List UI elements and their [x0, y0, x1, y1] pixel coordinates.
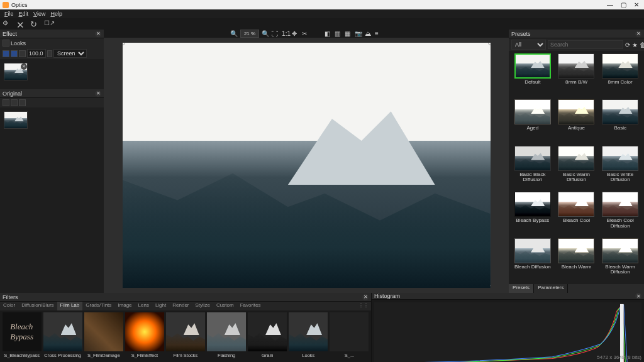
- filters-panel-close-icon[interactable]: ✕: [362, 294, 369, 300]
- filter-item[interactable]: Film Stocks: [165, 312, 205, 360]
- filter-item[interactable]: S_FilmDamage: [84, 312, 123, 360]
- maximize-button[interactable]: ▢: [621, 1, 626, 8]
- menu-view[interactable]: View: [31, 11, 47, 17]
- compare-grid-icon[interactable]: ▦: [345, 30, 352, 38]
- cancel-icon[interactable]: ✕: [16, 19, 25, 28]
- refresh-icon[interactable]: ↻: [30, 19, 39, 28]
- zoom-out-icon[interactable]: 🔍: [230, 30, 238, 38]
- effect-layer-thumb[interactable]: ✕: [4, 63, 28, 80]
- info-icon[interactable]: ≡: [375, 30, 382, 38]
- presets-panel-close-icon[interactable]: ✕: [635, 31, 641, 37]
- tab-parameters[interactable]: Parameters: [534, 284, 568, 293]
- preset-item[interactable]: Bleach Bypass: [513, 192, 553, 235]
- blend-mode-select[interactable]: Screen: [53, 49, 87, 58]
- preset-delete-icon[interactable]: 🗑: [640, 41, 644, 48]
- filter-tab[interactable]: Render: [169, 302, 192, 310]
- histogram-panel-close-icon[interactable]: ✕: [635, 293, 641, 299]
- original-thumb[interactable]: [4, 111, 28, 129]
- preset-thumb: [558, 192, 594, 217]
- preset-item[interactable]: Basic Black Diffusion: [513, 146, 553, 189]
- filter-label: S_BleachBypass: [3, 353, 42, 358]
- histogram-toggle-icon[interactable]: ⛰: [365, 30, 372, 38]
- close-button[interactable]: ✕: [634, 1, 639, 8]
- image-canvas[interactable]: [123, 43, 491, 288]
- preset-item[interactable]: Bleach Cool Diffusion: [600, 192, 640, 235]
- tab-presets[interactable]: Presets: [509, 284, 534, 293]
- filter-tab[interactable]: Favorites: [237, 302, 264, 310]
- crop-handle-bl[interactable]: [123, 285, 125, 288]
- preset-label: Bleach Warm Diffusion: [600, 265, 640, 275]
- filter-tab[interactable]: Film Lab: [57, 302, 83, 310]
- original-toggle-a[interactable]: [3, 99, 9, 106]
- crop-handle-br[interactable]: [488, 285, 491, 288]
- filter-item[interactable]: S_...: [330, 312, 369, 360]
- filter-tab[interactable]: Stylize: [192, 302, 214, 310]
- layer-toggle-icon[interactable]: [3, 40, 9, 47]
- snapshot-icon[interactable]: 📷: [355, 30, 362, 38]
- filter-item[interactable]: Looks: [289, 312, 328, 360]
- preset-item[interactable]: 8mm Color: [600, 53, 640, 97]
- filter-tab[interactable]: Grads/Tints: [82, 302, 114, 310]
- opacity-input[interactable]: [27, 49, 46, 58]
- original-panel-close-icon[interactable]: ✕: [95, 90, 101, 97]
- preset-item[interactable]: Bleach Cool: [557, 192, 597, 235]
- filter-tab[interactable]: Light: [152, 302, 169, 310]
- filter-label: S_...: [330, 353, 369, 358]
- preset-item[interactable]: Antique: [557, 99, 597, 143]
- preset-item[interactable]: Default: [513, 53, 553, 97]
- filter-tabs-more-icon[interactable]: ⋮⋮: [356, 302, 371, 310]
- crop-handle-tr[interactable]: [488, 43, 491, 45]
- filter-tab[interactable]: Lens: [135, 302, 152, 310]
- crop-icon[interactable]: ✂: [302, 30, 309, 38]
- zoom-level[interactable]: 21 %: [240, 30, 259, 38]
- preset-thumb: [602, 192, 638, 217]
- actual-size-icon[interactable]: 1:1: [282, 30, 289, 38]
- filter-tab[interactable]: Diffusion/Blurs: [18, 302, 57, 310]
- filter-item[interactable]: Grain: [248, 312, 287, 360]
- preset-item[interactable]: Bleach Warm: [557, 238, 597, 282]
- preset-item[interactable]: Bleach Diffusion: [513, 238, 553, 282]
- menu-edit[interactable]: Edit: [17, 11, 31, 17]
- original-toggle-b[interactable]: [11, 99, 18, 106]
- pan-icon[interactable]: ✥: [292, 30, 299, 38]
- minimize-button[interactable]: —: [607, 1, 613, 8]
- compare-split-icon[interactable]: ◧: [325, 30, 332, 38]
- preset-label: 8mm B/W: [565, 80, 587, 90]
- preset-category-select[interactable]: All: [511, 40, 546, 50]
- filter-item[interactable]: Bleach BypassS_BleachBypass: [2, 312, 42, 360]
- filter-tab[interactable]: Image: [114, 302, 135, 310]
- settings-icon[interactable]: ⚙: [3, 19, 11, 28]
- visibility-icon[interactable]: [3, 50, 9, 57]
- filter-item[interactable]: Flashing: [207, 312, 247, 360]
- remove-layer-icon[interactable]: ✕: [21, 63, 27, 70]
- filters-panel-title: Filters: [3, 294, 18, 300]
- mask-icon[interactable]: [11, 50, 18, 57]
- preset-item[interactable]: Basic White Diffusion: [600, 146, 640, 189]
- original-toggle-c[interactable]: [19, 99, 26, 106]
- filter-item[interactable]: Cross Processing: [43, 312, 82, 360]
- effect-panel-close-icon[interactable]: ✕: [95, 31, 101, 37]
- preset-item[interactable]: 8mm B/W: [557, 53, 597, 97]
- preset-item[interactable]: Aged: [513, 99, 553, 143]
- export-icon[interactable]: ☐↗: [44, 19, 53, 28]
- filter-tab[interactable]: Custom: [213, 302, 237, 310]
- effect-panel-title: Effect: [3, 31, 17, 37]
- crop-handle-tl[interactable]: [123, 43, 125, 45]
- preset-item[interactable]: Bleach Warm Diffusion: [600, 238, 640, 282]
- filter-item[interactable]: S_FilmEffect: [125, 312, 164, 360]
- menu-help[interactable]: Help: [48, 11, 64, 17]
- opacity-stepper[interactable]: [47, 50, 52, 57]
- preset-item[interactable]: Basic Warm Diffusion: [557, 146, 597, 189]
- menu-file[interactable]: File: [3, 11, 16, 17]
- preset-refresh-icon[interactable]: ⟳: [625, 41, 630, 48]
- link-icon[interactable]: [19, 50, 26, 57]
- preset-item[interactable]: Basic: [600, 99, 640, 143]
- filter-thumb: [330, 312, 369, 351]
- preset-search-input[interactable]: [548, 40, 623, 49]
- fit-icon[interactable]: ⛶: [272, 30, 279, 38]
- filter-tab[interactable]: Color: [0, 302, 18, 310]
- compare-side-icon[interactable]: ▥: [335, 30, 342, 38]
- zoom-in-icon[interactable]: 🔍: [262, 30, 269, 38]
- preset-fav-icon[interactable]: ★: [632, 41, 638, 48]
- preset-grid: Default8mm B/W8mm ColorAgedAntiqueBasicB…: [509, 51, 644, 284]
